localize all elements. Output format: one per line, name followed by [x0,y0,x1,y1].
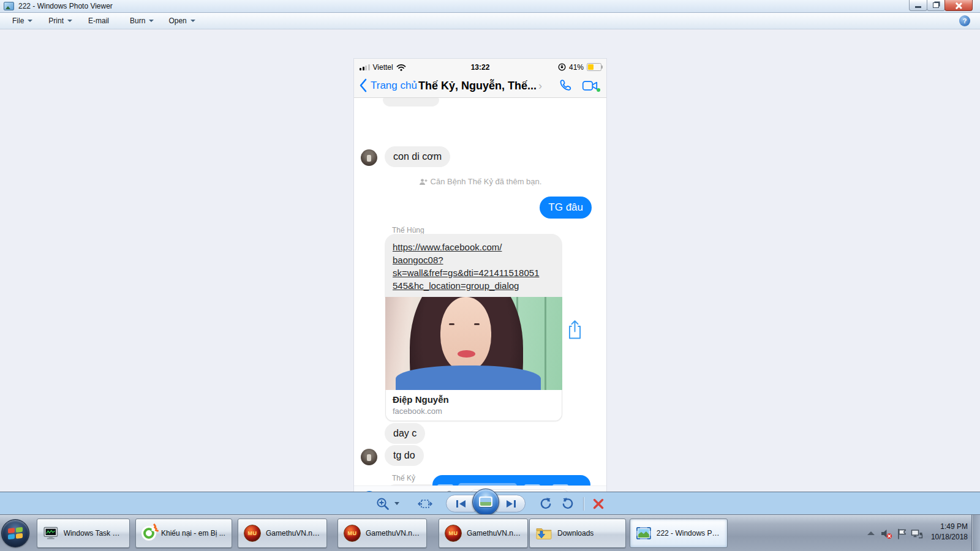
person-add-icon [419,178,428,186]
taskbar-button-label: GamethuVN.net -... [467,529,522,538]
menu-open-label: Open [168,17,186,25]
menu-burn[interactable]: Burn [130,17,154,25]
partial-message-bubble-outgoing [432,475,590,485]
link-line: sk=wall&fref=gs&dti=421411518051 [393,268,539,278]
zoom-button[interactable] [375,497,391,511]
toolbar-divider [583,497,584,511]
minimize-icon [915,6,921,8]
message-text: tg do [393,450,415,461]
action-center-flag-icon[interactable] [897,528,907,539]
menu-print-label: Print [48,17,64,25]
system-message-text: Căn Bệnh Thế Kỷ đã thêm bạn. [431,177,542,186]
menu-email[interactable]: E-mail [88,17,109,25]
task-manager-icon [43,526,59,541]
chevron-down-icon [67,20,72,22]
link-card-domain: facebook.com [393,407,555,416]
mu-game-icon: MU [445,525,462,542]
help-button[interactable]: ? [959,15,970,26]
message-text: con di cơm [393,151,442,162]
taskbar-button-gamethuvn-2[interactable]: MU GamethuVN.net -... [337,519,427,548]
next-icon [505,500,517,508]
taskbar-button-task-manager[interactable]: Windows Task M... [37,519,130,548]
taskbar-clock[interactable]: 1:49 PM 10/18/2018 [921,522,968,542]
link-preview-photo[interactable] [385,297,562,390]
close-icon [955,2,962,9]
coccoc-browser-icon [141,526,156,541]
show-desktop-button[interactable] [971,515,980,551]
taskbar-button-coccoc[interactable]: Khiếu nại - em Bị ... [135,519,232,548]
minimize-button[interactable] [909,0,927,11]
fit-to-window-button[interactable] [418,497,432,511]
avatar[interactable] [361,449,377,465]
menu-file-label: File [12,17,24,25]
menu-bar: File Print E-mail Burn Open ? [0,13,980,29]
menu-print[interactable]: Print [48,17,72,25]
slideshow-icon [479,497,492,507]
chevron-down-icon [149,20,154,22]
rotate-counterclockwise-button[interactable] [539,497,552,511]
avatar[interactable] [361,149,377,166]
taskbar-button-downloads[interactable]: Downloads [529,519,626,548]
downloads-folder-icon [535,526,552,541]
link-line: https://www.facebook.com/ [393,242,502,252]
message-bubble: day c [385,423,425,444]
screen: 222 - Windows Photo Viewer File Print E-… [0,0,980,551]
taskbar-button-label: Downloads [557,529,594,538]
battery-percent: 41% [569,63,584,72]
volume-muted-icon[interactable] [881,528,892,539]
show-hidden-icons-button[interactable] [867,531,875,535]
menu-email-label: E-mail [88,17,109,25]
help-icon: ? [963,17,967,24]
link-line: baongoc08? [393,255,443,265]
viewer-canvas: Viettel 13:22 41% [0,29,980,492]
link-preview-card[interactable]: Điệp Nguyễn facebook.com [385,390,562,421]
taskbar: Windows Task M... Khiếu nại - em Bị ... … [0,514,980,551]
clock-date: 10/18/2018 [921,532,968,542]
menu-file[interactable]: File [12,17,32,25]
message-bubble-outgoing: TG đâu [540,197,592,219]
message-bubble: tg do [385,445,424,466]
restore-button[interactable] [927,0,945,11]
chat-area[interactable]: con di cơm Căn Bệnh Thế Kỷ đã thêm bạn. … [354,98,606,485]
taskbar-button-gamethuvn-3[interactable]: MU GamethuVN.net -... [439,519,528,548]
rotate-clockwise-button[interactable] [561,497,575,511]
taskbar-button-photo-viewer[interactable]: 222 - Windows Ph... [630,519,728,548]
partial-message-bubble [383,98,439,107]
phone-call-icon[interactable] [559,78,573,93]
previous-icon [455,500,467,508]
taskbar-button-label: Khiếu nại - em Bị ... [161,529,225,538]
previous-button[interactable] [446,495,476,512]
taskbar-button-label: Windows Task M... [64,529,124,538]
sender-label: Thế Hùng [392,226,424,234]
taskbar-button-label: GamethuVN.net -... [266,529,321,538]
photo-viewer-icon [636,527,652,540]
close-button[interactable] [944,0,973,11]
menu-open[interactable]: Open [168,17,195,25]
messenger-nav-bar: Trang chủ Thế Kỷ, Nguyễn, Thế...› [354,75,606,98]
delete-button[interactable] [592,498,605,510]
next-button[interactable] [496,495,526,512]
play-slideshow-button[interactable] [472,489,499,515]
message-text: day c [393,428,417,439]
window-title: 222 - Windows Photo Viewer [18,2,113,10]
viewer-toolbar [0,492,980,514]
link-message[interactable]: https://www.facebook.com/ baongoc08? sk=… [385,234,562,299]
photo-viewer-app-icon [4,2,14,10]
battery-icon [587,63,601,71]
share-icon[interactable] [567,320,583,340]
taskbar-button-label: 222 - Windows Ph... [657,529,722,538]
chevron-down-icon [28,20,32,22]
video-call-icon[interactable] [582,79,600,92]
start-button[interactable] [1,519,29,547]
zoom-dropdown-caret[interactable] [394,502,399,505]
chevron-down-icon [190,20,195,22]
mu-game-icon: MU [344,525,361,542]
system-message: Căn Bệnh Thế Kỷ đã thêm bạn. [354,177,606,186]
taskbar-button-label: GamethuVN.net -... [366,529,421,538]
window-titlebar[interactable]: 222 - Windows Photo Viewer [0,0,980,13]
conversation-title-text: Thế Kỷ, Nguyễn, Thế... [418,80,537,92]
phone-screenshot: Viettel 13:22 41% [354,59,606,521]
restore-icon [933,2,939,8]
link-line: 545&hc_location=group_dialog [393,280,519,291]
taskbar-button-gamethuvn-1[interactable]: MU GamethuVN.net -... [238,519,327,548]
